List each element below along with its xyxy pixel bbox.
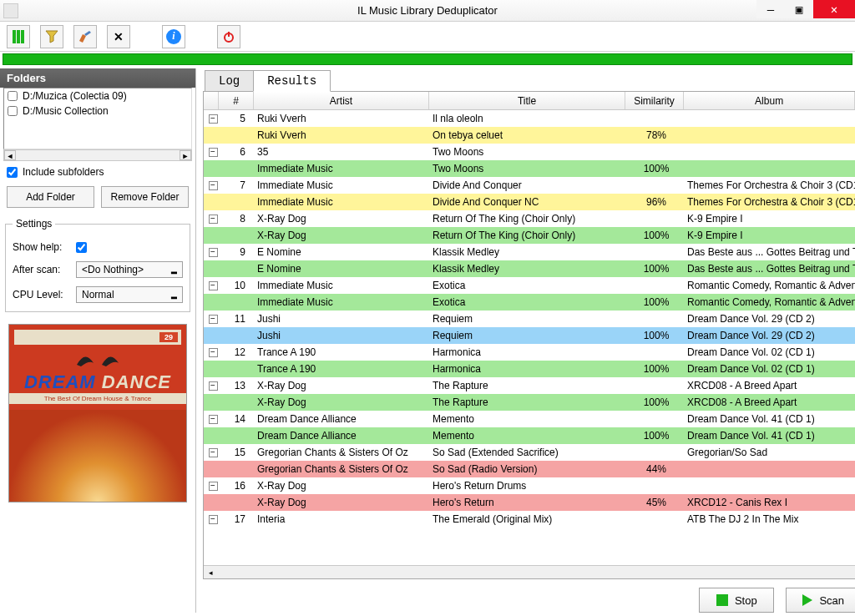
folders-header: Folders	[0, 68, 195, 88]
table-row[interactable]: −16X-Ray DogHero's Return Drums	[204, 477, 855, 494]
album-art: 29 DREAM DANCE The Best Of Dream House &…	[8, 324, 187, 502]
table-row[interactable]: −5Ruki VverhIl nla oleoln	[204, 110, 855, 127]
table-row[interactable]: E NomineKlassik Medley100%Das Beste aus …	[204, 260, 855, 277]
folder-checkbox[interactable]	[8, 91, 18, 101]
album-subtitle: The Best Of Dream House & Trance	[9, 393, 186, 404]
collapse-icon[interactable]: −	[209, 114, 218, 124]
cpu-level-select[interactable]: Normal▂	[76, 286, 183, 303]
collapse-icon[interactable]: −	[209, 181, 218, 190]
table-row[interactable]: −15Gregorian Chants & Sisters Of OzSo Sa…	[204, 444, 855, 461]
app-icon	[3, 3, 18, 18]
grid-header: # Artist Title Similarity Album ▴	[204, 92, 855, 110]
folder-path: D:/Music Collection	[23, 105, 109, 117]
table-row[interactable]: Immediate MusicDivide And Conquer NC96%T…	[204, 194, 855, 210]
collapse-icon[interactable]: −	[209, 381, 218, 391]
col-number[interactable]: #	[219, 92, 254, 109]
folders-hscroll[interactable]: ◄►	[3, 149, 192, 161]
cpu-level-label: CPU Level:	[13, 289, 69, 300]
remove-folder-button[interactable]: Remove Folder	[101, 186, 189, 208]
include-subfolders-label: Include subfolders	[23, 166, 104, 178]
columns-icon[interactable]	[7, 25, 30, 48]
collapse-icon[interactable]: −	[209, 515, 218, 524]
col-similarity[interactable]: Similarity	[625, 92, 684, 109]
table-row[interactable]: JushiRequiem100%Dream Dance Vol. 29 (CD …	[204, 327, 855, 344]
folder-path: D:/Muzica (Colectia 09)	[23, 90, 127, 102]
table-row[interactable]: −17InteriaThe Emerald (Original Mix)ATB …	[204, 511, 855, 528]
grid-hscroll[interactable]: ◂▸	[204, 565, 855, 578]
tab-results[interactable]: Results	[253, 70, 331, 92]
maximize-button[interactable]: ▣	[785, 0, 813, 18]
show-help-checkbox[interactable]	[76, 242, 87, 253]
table-row[interactable]: −7Immediate MusicDivide And ConquerTheme…	[204, 177, 855, 194]
minimize-button[interactable]: —	[756, 0, 785, 18]
col-album[interactable]: Album	[684, 92, 855, 109]
power-icon[interactable]	[217, 25, 240, 48]
table-row[interactable]: Immediate MusicExotica100%Romantic Comed…	[204, 294, 855, 311]
scan-button[interactable]: Scan	[786, 588, 855, 613]
table-row[interactable]: Ruki VverhOn tebya celuet78%	[204, 127, 855, 144]
table-row[interactable]: −11JushiRequiemDream Dance Vol. 29 (CD 2…	[204, 311, 855, 327]
collapse-icon[interactable]: −	[209, 148, 218, 157]
table-row[interactable]: −635Two Moons	[204, 144, 855, 160]
collapse-icon[interactable]: −	[209, 281, 218, 290]
folder-checkbox[interactable]	[8, 106, 18, 116]
folder-item[interactable]: D:/Muzica (Colectia 09)	[4, 88, 191, 104]
progress-bar	[3, 53, 852, 65]
grid-body[interactable]: −5Ruki VverhIl nla oleolnRuki VverhOn te…	[204, 110, 855, 565]
info-icon[interactable]: i	[162, 25, 185, 48]
collapse-icon[interactable]: −	[209, 315, 218, 324]
folders-list[interactable]: D:/Muzica (Colectia 09) D:/Music Collect…	[3, 88, 192, 149]
table-row[interactable]: −10Immediate MusicExoticaRomantic Comedy…	[204, 277, 855, 294]
table-row[interactable]: Gregorian Chants & Sisters Of OzSo Sad (…	[204, 461, 855, 477]
include-subfolders: Include subfolders	[7, 166, 189, 178]
add-folder-button[interactable]: Add Folder	[7, 186, 94, 208]
close-button[interactable]: ✕	[813, 0, 855, 18]
table-row[interactable]: −9E NomineKlassik MedleyDas Beste aus ..…	[204, 244, 855, 260]
play-icon	[802, 594, 812, 606]
table-row[interactable]: −12Trance A 190HarmonicaDream Dance Vol.…	[204, 344, 855, 361]
settings-legend: Settings	[13, 218, 55, 230]
shuffle-icon[interactable]: ✕	[107, 25, 130, 48]
collapse-icon[interactable]: −	[209, 348, 218, 357]
col-title[interactable]: Title	[429, 92, 625, 109]
filter-icon[interactable]	[40, 25, 63, 48]
col-expand[interactable]	[204, 92, 219, 109]
show-help-label: Show help:	[13, 241, 69, 253]
settings-fieldset: Settings Show help: After scan: <Do Noth…	[5, 218, 190, 312]
table-row[interactable]: X-Ray DogThe Rapture100%XRCD08 - A Breed…	[204, 394, 855, 411]
collapse-icon[interactable]: −	[209, 248, 218, 257]
table-row[interactable]: −8X-Ray DogReturn Of The King (Choir Onl…	[204, 210, 855, 227]
table-row[interactable]: −14Dream Dance AllianceMementoDream Danc…	[204, 411, 855, 427]
collapse-icon[interactable]: −	[209, 448, 218, 457]
results-grid: # Artist Title Similarity Album ▴ −5Ruki…	[203, 91, 855, 579]
after-scan-label: After scan:	[13, 264, 69, 275]
brush-icon[interactable]	[73, 25, 97, 48]
toolbar: ✕ i	[0, 22, 855, 52]
album-badge: 29	[159, 332, 178, 342]
folder-item[interactable]: D:/Music Collection	[4, 104, 191, 119]
after-scan-select[interactable]: <Do Nothing>▂	[76, 261, 183, 278]
table-row[interactable]: X-Ray DogHero's Return45%XRCD12 - Canis …	[204, 494, 855, 511]
stop-icon	[716, 594, 728, 606]
table-row[interactable]: Trance A 190Harmonica100%Dream Dance Vol…	[204, 361, 855, 377]
window-title: IL Music Library Deduplicator	[357, 4, 498, 17]
titlebar: IL Music Library Deduplicator — ▣ ✕	[0, 0, 855, 22]
table-row[interactable]: Immediate MusicTwo Moons100%	[204, 160, 855, 177]
collapse-icon[interactable]: −	[209, 215, 218, 224]
include-subfolders-checkbox[interactable]	[7, 167, 18, 178]
collapse-icon[interactable]: −	[209, 482, 218, 491]
collapse-icon[interactable]: −	[209, 415, 218, 424]
table-row[interactable]: Dream Dance AllianceMemento100%Dream Dan…	[204, 427, 855, 444]
table-row[interactable]: X-Ray DogReturn Of The King (Choir Only)…	[204, 227, 855, 244]
table-row[interactable]: −13X-Ray DogThe RaptureXRCD08 - A Breed …	[204, 377, 855, 394]
tab-log[interactable]: Log	[205, 70, 254, 92]
col-artist[interactable]: Artist	[254, 92, 429, 109]
stop-button[interactable]: Stop	[699, 588, 774, 613]
window-buttons: — ▣ ✕	[756, 0, 855, 18]
